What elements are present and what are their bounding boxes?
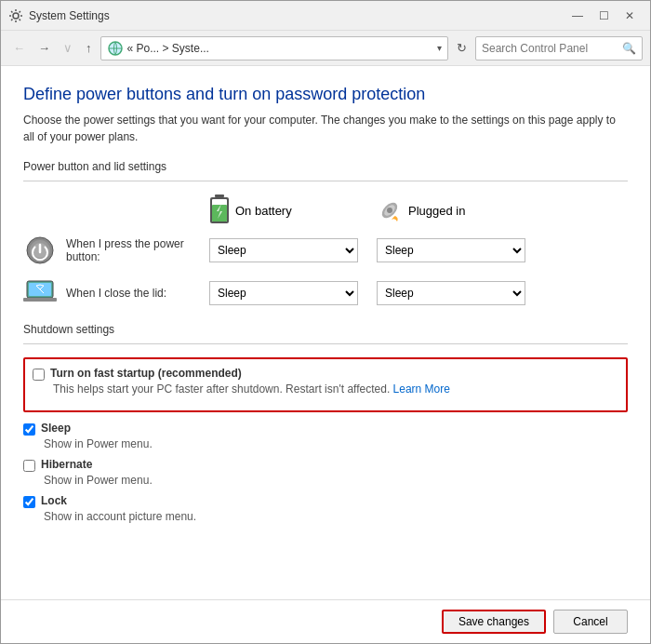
divider-1 [23, 181, 628, 181]
sleep-label[interactable]: Sleep [41, 422, 71, 435]
lid-label: When I close the lid: [66, 287, 209, 300]
address-icon [107, 40, 124, 57]
fast-startup-row: Turn on fast startup (recommended) This … [33, 367, 618, 396]
power-button-row: When I press the power button: Do nothin… [23, 234, 628, 267]
search-input[interactable] [482, 42, 622, 55]
shutdown-section-title: Shutdown settings [23, 323, 628, 336]
address-bar: « Po... > Syste... ▾ [100, 36, 449, 60]
hibernate-item: Hibernate [23, 458, 628, 472]
search-icon: 🔍 [622, 42, 636, 55]
laptop-icon [23, 279, 57, 307]
power-icon [25, 235, 55, 265]
hibernate-checkbox[interactable] [23, 460, 35, 472]
lock-desc: Show in account picture menu. [44, 510, 628, 523]
footer: Save changes Cancel [1, 599, 650, 643]
power-button-section-title: Power button and lid settings [23, 160, 628, 173]
hibernate-row: Hibernate Show in Power menu. [23, 458, 628, 487]
hibernate-label[interactable]: Hibernate [41, 458, 92, 471]
divider-2 [23, 343, 628, 344]
content-area: Define power buttons and turn on passwor… [1, 66, 650, 599]
lock-row: Lock Show in account picture menu. [23, 494, 628, 523]
up-button[interactable]: ↑ [81, 39, 97, 57]
svg-point-9 [387, 208, 392, 213]
lock-item: Lock [23, 494, 628, 508]
power-button-label: When I press the power button: [66, 237, 209, 263]
power-button-plugged-wrapper: Do nothing Sleep Hibernate Shut down Tur… [377, 238, 535, 262]
power-button-plugged-select[interactable]: Do nothing Sleep Hibernate Shut down Tur… [377, 238, 525, 262]
title-bar-left: System Settings [8, 8, 110, 23]
plugged-in-label: Plugged in [408, 204, 465, 218]
svg-point-0 [13, 13, 19, 19]
fast-startup-learn-more-link[interactable]: Learn More [393, 382, 450, 396]
toolbar: ← → ∨ ↑ « Po... > Syste... ▾ ↻ 🔍 [1, 31, 650, 66]
title-bar: System Settings — ☐ ✕ [1, 1, 650, 31]
address-dropdown-button[interactable]: ▾ [437, 43, 442, 53]
address-text: « Po... > Syste... [127, 42, 434, 55]
close-button[interactable]: ✕ [617, 7, 643, 25]
sleep-row: Sleep Show in Power menu. [23, 422, 628, 450]
fast-startup-desc: This helps start your PC faster after sh… [53, 382, 618, 396]
forward-button[interactable]: → [33, 39, 55, 57]
settings-icon [8, 8, 23, 23]
lid-plugged-select[interactable]: Do nothing Sleep Hibernate Shut down Tur… [377, 281, 525, 305]
lid-icon [23, 276, 57, 310]
fast-startup-checkbox[interactable] [33, 369, 45, 381]
maximize-button[interactable]: ☐ [591, 7, 617, 25]
plugged-in-icon [377, 197, 403, 223]
fast-startup-box: Turn on fast startup (recommended) This … [23, 357, 628, 412]
back-button[interactable]: ← [8, 39, 30, 57]
plugged-in-header: Plugged in [377, 197, 544, 223]
shutdown-section: Shutdown settings Turn on fast startup (… [23, 323, 628, 530]
page-title: Define power buttons and turn on passwor… [23, 85, 628, 104]
hibernate-desc: Show in Power menu. [44, 474, 628, 487]
down-button[interactable]: ∨ [59, 39, 77, 57]
lid-on-battery-wrapper: Do nothing Sleep Hibernate Shut down Tur… [209, 281, 367, 305]
cancel-button[interactable]: Cancel [553, 610, 628, 634]
lock-checkbox[interactable] [23, 496, 35, 508]
power-button-icon [23, 234, 57, 267]
svg-rect-2 [215, 195, 224, 197]
title-bar-controls: — ☐ ✕ [565, 7, 643, 25]
battery-icon [209, 195, 230, 226]
sleep-desc: Show in Power menu. [44, 437, 628, 450]
page-description: Choose the power settings that you want … [23, 112, 628, 145]
power-button-on-battery-wrapper: Do nothing Sleep Hibernate Shut down Tur… [209, 238, 367, 262]
refresh-button[interactable]: ↻ [452, 39, 472, 57]
minimize-button[interactable]: — [565, 7, 591, 25]
fast-startup-item: Turn on fast startup (recommended) [33, 367, 618, 381]
on-battery-label: On battery [235, 204, 292, 218]
power-button-on-battery-select[interactable]: Do nothing Sleep Hibernate Shut down Tur… [209, 238, 358, 262]
search-bar: 🔍 [475, 36, 643, 60]
sleep-item: Sleep [23, 422, 628, 436]
power-table-header: On battery Plugged in [23, 195, 628, 226]
lid-plugged-wrapper: Do nothing Sleep Hibernate Shut down Tur… [377, 281, 535, 305]
save-changes-button[interactable]: Save changes [442, 610, 546, 634]
lid-row: When I close the lid: Do nothing Sleep H… [23, 276, 628, 310]
fast-startup-label[interactable]: Turn on fast startup (recommended) [50, 367, 242, 380]
sleep-checkbox[interactable] [23, 423, 35, 436]
lid-on-battery-select[interactable]: Do nothing Sleep Hibernate Shut down Tur… [209, 281, 358, 305]
svg-rect-15 [23, 298, 57, 302]
main-window: System Settings — ☐ ✕ ← → ∨ ↑ « Po... > … [0, 0, 651, 644]
lock-label[interactable]: Lock [41, 494, 67, 507]
on-battery-header: On battery [209, 195, 377, 226]
window-title: System Settings [29, 9, 110, 22]
